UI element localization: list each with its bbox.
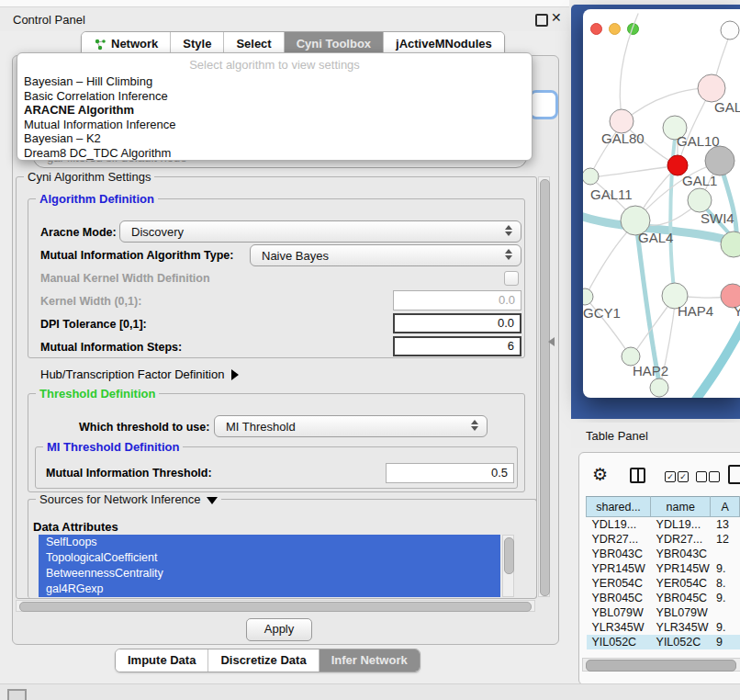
network-window[interactable]: GALGAL80GAL10GAL1GAL11SWI4GAL4GCY1HAP4YH… bbox=[583, 9, 740, 398]
mi-steps-field[interactable]: 6 bbox=[393, 336, 521, 356]
tab-impute-data[interactable]: Impute Data bbox=[116, 649, 208, 672]
which-threshold-select[interactable]: MI Threshold bbox=[214, 415, 488, 437]
dpi-tolerance-label: DPI Tolerance [0,1]: bbox=[40, 318, 147, 331]
scrollbar-thumb[interactable] bbox=[540, 179, 550, 596]
select-all-checkbox-icon[interactable]: ✓ bbox=[678, 471, 689, 482]
network-node[interactable] bbox=[583, 288, 593, 305]
export-table-icon[interactable] bbox=[728, 465, 740, 484]
table-cell: YPR145W bbox=[587, 561, 651, 576]
table-row[interactable]: YDL19...YDL19...13 bbox=[587, 517, 740, 533]
network-node[interactable] bbox=[698, 74, 725, 102]
algorithm-option[interactable]: Basic Correlation Inference bbox=[17, 89, 532, 104]
network-edge[interactable] bbox=[620, 14, 638, 121]
selected-value: Naive Bayes bbox=[262, 249, 329, 263]
status-bar bbox=[0, 683, 740, 700]
network-node[interactable] bbox=[688, 188, 712, 212]
network-node[interactable] bbox=[705, 146, 734, 175]
mi-algorithm-type-select[interactable]: Naive Bayes bbox=[250, 244, 521, 266]
table-cell: YLR345W bbox=[587, 620, 651, 635]
group-title: Threshold Definition bbox=[36, 387, 159, 401]
algorithm-option[interactable]: ARACNE Algorithm bbox=[17, 103, 532, 118]
column-layout-icon[interactable] bbox=[630, 468, 645, 483]
tab-label: Discretize Data bbox=[220, 650, 306, 671]
table-cell: 13 bbox=[711, 517, 740, 533]
algorithm-combo-focus-ring[interactable] bbox=[529, 90, 558, 119]
network-node[interactable] bbox=[650, 378, 668, 397]
mi-threshold-label: Mutual Information Threshold: bbox=[46, 467, 212, 480]
table-row[interactable]: YBR043CYBR043C bbox=[587, 547, 740, 561]
deselect-checkbox-icon[interactable] bbox=[696, 471, 707, 482]
hub-definition-toggle[interactable]: Hub/Transcription Factor Definition bbox=[40, 367, 239, 381]
scrollbar-thumb[interactable] bbox=[586, 660, 736, 672]
table-settings-gear-icon[interactable]: ⚙ bbox=[592, 464, 608, 485]
network-edge[interactable] bbox=[586, 224, 634, 296]
kernel-width-label: Kernel Width (0,1): bbox=[40, 295, 141, 308]
tab-label: Infer Network bbox=[331, 650, 408, 671]
table-row[interactable]: YIL052CYIL052C9 bbox=[587, 635, 740, 649]
table-row[interactable]: YLR345WYLR345W9. bbox=[587, 620, 740, 635]
group-title: MI Threshold Definition bbox=[43, 440, 183, 454]
table-cell: YIL052C bbox=[587, 635, 651, 649]
table-body: YDL19...YDL19...13YDR27...YDR27...12YBR0… bbox=[587, 517, 740, 650]
tab-infer-network[interactable]: Infer Network bbox=[320, 649, 420, 672]
spinner-arrows-icon bbox=[505, 225, 512, 236]
table-row[interactable]: YPR145WYPR145W9. bbox=[587, 561, 740, 576]
attribute-item[interactable]: SelfLoops bbox=[39, 535, 500, 550]
algorithm-option[interactable]: Mutual Information Inference bbox=[17, 118, 532, 132]
column-header[interactable]: shared... bbox=[587, 497, 651, 517]
tab-discretize-data[interactable]: Discretize Data bbox=[208, 649, 319, 672]
network-svg[interactable]: GALGAL80GAL10GAL1GAL11SWI4GAL4GCY1HAP4YH… bbox=[583, 9, 740, 398]
algorithm-option[interactable]: Dream8 DC_TDC Algorithm bbox=[17, 146, 532, 161]
manual-kernel-checkbox[interactable] bbox=[504, 271, 519, 286]
aracne-mode-select[interactable]: Discovery bbox=[119, 220, 521, 243]
table-cell: 9 bbox=[711, 635, 740, 649]
split-pane-handle-icon[interactable] bbox=[548, 337, 555, 346]
panel-corner-icon[interactable] bbox=[7, 689, 27, 700]
algorithm-dropdown: Select algorithm to view settings Bayesi… bbox=[17, 52, 533, 161]
scrollbar-thumb[interactable] bbox=[19, 602, 532, 612]
table-cell: YER054C bbox=[587, 576, 651, 591]
divider bbox=[637, 469, 639, 481]
network-edge[interactable] bbox=[686, 320, 740, 398]
scrollbar-thumb[interactable] bbox=[504, 537, 514, 574]
hub-definition-label: Hub/Transcription Factor Definition bbox=[40, 367, 224, 381]
network-edge[interactable] bbox=[622, 88, 712, 122]
network-edge[interactable] bbox=[591, 166, 676, 177]
kernel-width-field[interactable]: 0.0 bbox=[393, 290, 521, 310]
dpi-tolerance-field[interactable]: 0.0 bbox=[393, 313, 521, 333]
network-node[interactable] bbox=[583, 168, 599, 185]
node-table: shared...nameA YDL19...YDL19...13YDR27..… bbox=[586, 496, 740, 649]
table-row[interactable]: YER054CYER054C8. bbox=[587, 576, 740, 591]
mi-threshold-field[interactable]: 0.5 bbox=[386, 463, 514, 483]
table-cell: YDL19... bbox=[651, 517, 711, 533]
column-header[interactable]: A bbox=[711, 497, 740, 517]
sources-toggle[interactable]: Sources for Network Inference bbox=[36, 492, 221, 506]
table-cell: YLR345W bbox=[651, 620, 711, 635]
float-window-icon[interactable] bbox=[535, 14, 548, 27]
table-panel-titlebar: Table Panel bbox=[571, 423, 740, 448]
table-row[interactable]: YDR27...YDR27...12 bbox=[587, 532, 740, 547]
network-edge[interactable] bbox=[670, 130, 676, 295]
attribute-item[interactable]: gal4RGexp bbox=[39, 581, 500, 597]
network-node[interactable] bbox=[721, 21, 739, 40]
select-all-checkbox-icon[interactable]: ✓ bbox=[665, 471, 676, 482]
deselect-checkbox-icon[interactable] bbox=[709, 471, 720, 482]
control-panel-title: Control Panel bbox=[13, 13, 85, 27]
table-row[interactable]: YBR045CYBR045C9. bbox=[587, 591, 740, 605]
algorithm-option[interactable]: Bayesian – Hill Climbing bbox=[17, 74, 532, 89]
column-header[interactable]: name bbox=[651, 497, 711, 517]
attribute-item[interactable]: TopologicalCoefficient bbox=[39, 550, 500, 566]
attributes-scrollbar bbox=[502, 535, 514, 597]
table-cell: YER054C bbox=[651, 576, 711, 591]
close-icon[interactable]: ✕ bbox=[551, 10, 562, 25]
spinner-arrows-icon bbox=[505, 249, 512, 260]
node-label: GAL10 bbox=[677, 133, 720, 149]
table-cell: YDR27... bbox=[587, 532, 651, 547]
apply-button[interactable]: Apply bbox=[246, 618, 312, 641]
algorithm-option[interactable]: Bayesian – K2 bbox=[17, 131, 532, 146]
algorithm-list: Bayesian – Hill ClimbingBasic Correlatio… bbox=[17, 74, 532, 160]
table-cell: 9. bbox=[711, 620, 740, 635]
attribute-item[interactable]: BetweennessCentrality bbox=[39, 566, 500, 581]
node-label: GAL4 bbox=[638, 230, 673, 245]
table-row[interactable]: YBL079WYBL079W bbox=[587, 605, 740, 620]
